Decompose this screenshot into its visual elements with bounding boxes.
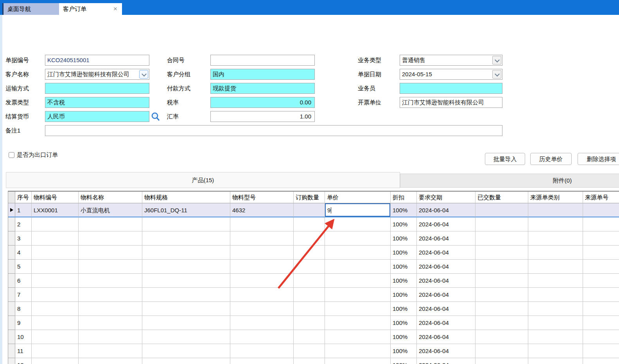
tax-rate-field[interactable]: 0.00 [210, 97, 315, 108]
billing-unit-field[interactable]: 江门市艾博逊智能科技有限公司 [400, 97, 502, 108]
row-selector[interactable] [8, 288, 15, 302]
cell-price[interactable] [325, 274, 391, 288]
cell-price[interactable] [325, 288, 391, 302]
cell-delivery[interactable]: 2024-06-04 [417, 302, 475, 316]
cell-no[interactable]: 6 [15, 274, 32, 288]
cell-src_type[interactable] [528, 260, 583, 274]
cell-src_no[interactable] [583, 260, 619, 274]
cell-price[interactable]: 9 [325, 203, 391, 217]
row-selector[interactable] [8, 344, 15, 358]
cell-delivery[interactable]: 2024-06-04 [417, 217, 475, 231]
row-selector[interactable] [8, 358, 15, 364]
cell-model[interactable] [230, 217, 294, 231]
cell-qty[interactable] [294, 217, 325, 231]
cell-price[interactable] [325, 344, 391, 358]
cell-model[interactable] [230, 231, 294, 246]
cell-model[interactable] [230, 330, 294, 344]
cell-discount[interactable]: 100% [391, 246, 417, 260]
row-selector[interactable] [8, 231, 15, 246]
column-header-src_type[interactable]: 来源单类别 [528, 192, 583, 203]
row-selector[interactable] [8, 274, 15, 288]
cell-code[interactable] [32, 288, 79, 302]
cell-src_no[interactable] [583, 288, 619, 302]
cell-model[interactable] [230, 288, 294, 302]
cell-discount[interactable]: 100% [391, 231, 417, 246]
cell-qty[interactable] [294, 203, 325, 217]
cell-discount[interactable]: 100% [391, 330, 417, 344]
cell-spec[interactable] [142, 344, 230, 358]
product-table[interactable]: 序号物料编号物料名称物料规格物料型号订购数量单价折扣要求交期已交数量来源单类别来… [8, 191, 619, 364]
cell-src_no[interactable] [583, 246, 619, 260]
history-price-button[interactable]: 历史单价 [530, 153, 572, 165]
cell-spec[interactable] [142, 330, 230, 344]
cell-delivery[interactable]: 2024-06-04 [417, 330, 475, 344]
cell-spec[interactable]: J60FL01_DQ-11 [142, 203, 230, 217]
salesman-field[interactable] [400, 83, 502, 94]
cell-delivered[interactable] [475, 358, 528, 364]
search-icon[interactable] [151, 112, 160, 122]
payment-field[interactable]: 现款提货 [210, 83, 315, 94]
cell-src_no[interactable] [583, 217, 619, 231]
chevron-down-icon[interactable] [139, 70, 148, 79]
tab-products[interactable]: 产品(15) [6, 172, 400, 188]
cell-name[interactable]: 小直流电机 [79, 203, 142, 217]
column-header-qty[interactable]: 订购数量 [294, 192, 325, 203]
cell-spec[interactable] [142, 246, 230, 260]
chevron-down-icon[interactable] [492, 56, 501, 65]
cell-price[interactable] [325, 260, 391, 274]
cell-qty[interactable] [294, 358, 325, 364]
cell-price[interactable] [325, 217, 391, 231]
cell-delivery[interactable]: 2024-06-04 [417, 316, 475, 330]
cell-model[interactable] [230, 302, 294, 316]
delete-selected-button[interactable]: 删除选择项 [578, 153, 619, 165]
cell-qty[interactable] [294, 288, 325, 302]
cell-model[interactable]: 4632 [230, 203, 294, 217]
window-tab-customer-order[interactable]: 客户订单 × [59, 3, 122, 15]
cell-delivery[interactable]: 2024-06-04 [417, 231, 475, 246]
cell-delivered[interactable] [475, 203, 528, 217]
cell-delivered[interactable] [475, 274, 528, 288]
cell-name[interactable] [79, 344, 142, 358]
cell-name[interactable] [79, 260, 142, 274]
cell-delivery[interactable]: 2024-06-04 [417, 203, 475, 217]
cell-name[interactable] [79, 358, 142, 364]
customer-select[interactable]: 江门市艾博逊智能科技有限公司 [45, 69, 149, 80]
cell-delivered[interactable] [475, 302, 528, 316]
cell-src_type[interactable] [528, 203, 583, 217]
cell-discount[interactable]: 100% [391, 316, 417, 330]
cell-qty[interactable] [294, 231, 325, 246]
column-header-no[interactable]: 序号 [15, 192, 32, 203]
cell-qty[interactable] [294, 302, 325, 316]
cell-delivery[interactable]: 2024-06-04 [417, 246, 475, 260]
cell-spec[interactable] [142, 302, 230, 316]
cell-discount[interactable]: 100% [391, 344, 417, 358]
cell-discount[interactable]: 100% [391, 274, 417, 288]
cell-discount[interactable]: 100% [391, 302, 417, 316]
cell-src_type[interactable] [528, 288, 583, 302]
cell-discount[interactable]: 100% [391, 203, 417, 217]
cell-src_type[interactable] [528, 344, 583, 358]
tab-attachments[interactable]: 附件(0) [400, 174, 619, 188]
cell-src_no[interactable] [583, 316, 619, 330]
cell-spec[interactable] [142, 217, 230, 231]
cell-src_type[interactable] [528, 358, 583, 364]
cell-qty[interactable] [294, 316, 325, 330]
row-selector[interactable] [8, 302, 15, 316]
cell-code[interactable] [32, 302, 79, 316]
cell-no[interactable]: 7 [15, 288, 32, 302]
cell-price[interactable] [325, 330, 391, 344]
cell-model[interactable] [230, 246, 294, 260]
cell-spec[interactable] [142, 316, 230, 330]
cell-no[interactable]: 8 [15, 302, 32, 316]
cell-code[interactable] [32, 246, 79, 260]
cell-name[interactable] [79, 217, 142, 231]
batch-import-button[interactable]: 批量导入 [485, 153, 525, 165]
exchange-rate-field[interactable]: 1.00 [210, 111, 315, 122]
column-header-delivery[interactable]: 要求交期 [417, 192, 475, 203]
doc-no-field[interactable]: KCO240515001 [45, 55, 149, 66]
cell-price[interactable] [325, 316, 391, 330]
cell-spec[interactable] [142, 288, 230, 302]
cell-name[interactable] [79, 316, 142, 330]
currency-field[interactable]: 人民币 [45, 111, 149, 122]
cell-code[interactable] [32, 344, 79, 358]
